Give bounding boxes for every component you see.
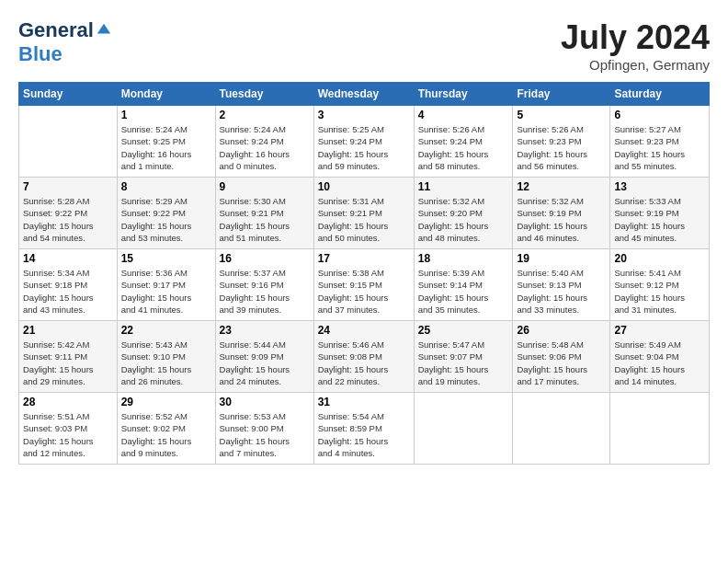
day-info: Sunrise: 5:38 AM Sunset: 9:15 PM Dayligh… [318,267,410,316]
col-monday: Monday [117,83,215,106]
day-info: Sunrise: 5:28 AM Sunset: 9:22 PM Dayligh… [23,195,113,244]
day-number: 8 [121,180,211,193]
title-block: July 2024 Opfingen, Germany [561,18,710,73]
month-title: July 2024 [561,18,710,57]
table-row [610,393,710,465]
col-thursday: Thursday [414,83,513,106]
day-number: 19 [517,252,606,265]
day-info: Sunrise: 5:51 AM Sunset: 9:03 PM Dayligh… [23,410,113,459]
day-info: Sunrise: 5:40 AM Sunset: 9:13 PM Dayligh… [517,267,606,316]
day-number: 23 [220,324,310,337]
table-row: 27Sunrise: 5:49 AM Sunset: 9:04 PM Dayli… [610,321,710,393]
day-number: 2 [220,109,310,121]
day-number: 30 [220,396,310,408]
table-row: 18Sunrise: 5:39 AM Sunset: 9:14 PM Dayli… [414,249,513,321]
day-info: Sunrise: 5:48 AM Sunset: 9:06 PM Dayligh… [517,339,606,387]
col-wednesday: Wednesday [313,83,414,106]
table-row: 14Sunrise: 5:34 AM Sunset: 9:18 PM Dayli… [19,249,118,321]
col-sunday: Sunday [19,83,118,106]
table-row: 21Sunrise: 5:42 AM Sunset: 9:11 PM Dayli… [19,321,118,393]
day-info: Sunrise: 5:54 AM Sunset: 8:59 PM Dayligh… [318,410,410,459]
day-info: Sunrise: 5:24 AM Sunset: 9:25 PM Dayligh… [121,123,211,172]
table-row: 23Sunrise: 5:44 AM Sunset: 9:09 PM Dayli… [215,321,313,393]
day-number: 18 [418,252,509,265]
day-info: Sunrise: 5:36 AM Sunset: 9:17 PM Dayligh… [121,267,211,316]
day-number: 26 [517,324,606,337]
table-row: 3Sunrise: 5:25 AM Sunset: 9:24 PM Daylig… [313,106,414,178]
table-row: 28Sunrise: 5:51 AM Sunset: 9:03 PM Dayli… [19,393,118,465]
day-number: 28 [23,396,113,408]
day-info: Sunrise: 5:41 AM Sunset: 9:12 PM Dayligh… [614,267,705,316]
table-row: 25Sunrise: 5:47 AM Sunset: 9:07 PM Dayli… [414,321,513,393]
table-row: 2Sunrise: 5:24 AM Sunset: 9:24 PM Daylig… [215,106,313,178]
table-row: 5Sunrise: 5:26 AM Sunset: 9:23 PM Daylig… [513,106,610,178]
day-number: 25 [418,324,509,337]
logo-icon [96,22,112,39]
table-row: 6Sunrise: 5:27 AM Sunset: 9:23 PM Daylig… [610,106,710,178]
day-number: 9 [220,180,310,193]
day-info: Sunrise: 5:34 AM Sunset: 9:18 PM Dayligh… [23,267,113,316]
table-row: 9Sunrise: 5:30 AM Sunset: 9:21 PM Daylig… [215,178,313,249]
day-number: 10 [318,180,410,193]
day-info: Sunrise: 5:39 AM Sunset: 9:14 PM Dayligh… [418,267,509,316]
day-number: 15 [121,252,211,265]
location: Opfingen, Germany [561,57,710,73]
table-row: 26Sunrise: 5:48 AM Sunset: 9:06 PM Dayli… [513,321,610,393]
day-number: 27 [614,324,705,337]
day-info: Sunrise: 5:32 AM Sunset: 9:20 PM Dayligh… [418,195,509,244]
day-info: Sunrise: 5:26 AM Sunset: 9:24 PM Dayligh… [418,123,509,172]
table-row: 31Sunrise: 5:54 AM Sunset: 8:59 PM Dayli… [313,393,414,465]
table-row: 30Sunrise: 5:53 AM Sunset: 9:00 PM Dayli… [215,393,313,465]
day-info: Sunrise: 5:44 AM Sunset: 9:09 PM Dayligh… [220,339,310,387]
day-number: 5 [517,109,606,121]
table-row: 8Sunrise: 5:29 AM Sunset: 9:22 PM Daylig… [117,178,215,249]
day-info: Sunrise: 5:27 AM Sunset: 9:23 PM Dayligh… [614,123,705,172]
day-number: 17 [318,252,410,265]
table-row: 11Sunrise: 5:32 AM Sunset: 9:20 PM Dayli… [414,178,513,249]
day-info: Sunrise: 5:30 AM Sunset: 9:21 PM Dayligh… [220,195,310,244]
table-row [513,393,610,465]
table-row: 13Sunrise: 5:33 AM Sunset: 9:19 PM Dayli… [610,178,710,249]
day-info: Sunrise: 5:26 AM Sunset: 9:23 PM Dayligh… [517,123,606,172]
day-number: 24 [318,324,410,337]
day-number: 3 [318,109,410,121]
calendar-header-row: Sunday Monday Tuesday Wednesday Thursday… [19,83,710,106]
table-row: 7Sunrise: 5:28 AM Sunset: 9:22 PM Daylig… [19,178,118,249]
day-info: Sunrise: 5:31 AM Sunset: 9:21 PM Dayligh… [318,195,410,244]
table-row: 10Sunrise: 5:31 AM Sunset: 9:21 PM Dayli… [313,178,414,249]
day-info: Sunrise: 5:32 AM Sunset: 9:19 PM Dayligh… [517,195,606,244]
day-number: 1 [121,109,211,121]
header: General Blue July 2024 Opfingen, Germany [18,18,710,73]
table-row: 15Sunrise: 5:36 AM Sunset: 9:17 PM Dayli… [117,249,215,321]
table-row: 29Sunrise: 5:52 AM Sunset: 9:02 PM Dayli… [117,393,215,465]
day-number: 14 [23,252,113,265]
day-info: Sunrise: 5:42 AM Sunset: 9:11 PM Dayligh… [23,339,113,387]
table-row [19,106,118,178]
day-number: 22 [121,324,211,337]
day-info: Sunrise: 5:47 AM Sunset: 9:07 PM Dayligh… [418,339,509,387]
day-info: Sunrise: 5:37 AM Sunset: 9:16 PM Dayligh… [220,267,310,316]
table-row: 17Sunrise: 5:38 AM Sunset: 9:15 PM Dayli… [313,249,414,321]
day-number: 7 [23,180,113,193]
logo-blue-text: Blue [18,42,63,65]
table-row [414,393,513,465]
col-saturday: Saturday [610,83,710,106]
day-number: 13 [614,180,705,193]
day-number: 20 [614,252,705,265]
day-number: 6 [614,109,705,121]
day-info: Sunrise: 5:24 AM Sunset: 9:24 PM Dayligh… [220,123,310,172]
day-info: Sunrise: 5:43 AM Sunset: 9:10 PM Dayligh… [121,339,211,387]
table-row: 24Sunrise: 5:46 AM Sunset: 9:08 PM Dayli… [313,321,414,393]
day-number: 11 [418,180,509,193]
day-number: 21 [23,324,113,337]
day-number: 4 [418,109,509,121]
day-info: Sunrise: 5:53 AM Sunset: 9:00 PM Dayligh… [220,410,310,459]
calendar-table: Sunday Monday Tuesday Wednesday Thursday… [18,82,710,465]
logo-general-text: General [18,18,94,42]
day-info: Sunrise: 5:49 AM Sunset: 9:04 PM Dayligh… [614,339,705,387]
day-info: Sunrise: 5:25 AM Sunset: 9:24 PM Dayligh… [318,123,410,172]
col-friday: Friday [513,83,610,106]
day-number: 16 [220,252,310,265]
calendar-week-row: 21Sunrise: 5:42 AM Sunset: 9:11 PM Dayli… [19,321,710,393]
page: General Blue July 2024 Opfingen, Germany… [0,0,728,563]
